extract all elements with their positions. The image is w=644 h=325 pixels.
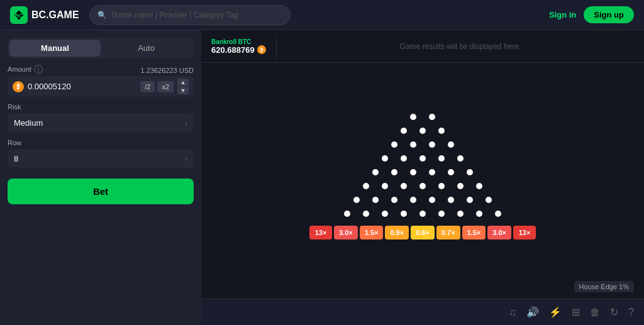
tab-auto[interactable]: Auto: [101, 40, 192, 57]
amount-usd-value: 1.23626223 USD: [141, 67, 194, 74]
multiplier-box: 3.0×: [487, 226, 511, 240]
peg: [419, 128, 426, 134]
peg-row: [385, 138, 460, 151]
stepper-up[interactable]: ▲: [177, 79, 189, 86]
peg: [419, 183, 426, 189]
peg: [401, 155, 407, 162]
refresh-icon[interactable]: ↻: [610, 306, 618, 318]
row-section: Row 8 ›: [8, 139, 194, 168]
multiplier-box: 13×: [513, 226, 536, 240]
row-select[interactable]: 8 ›: [8, 149, 194, 168]
multiplier-box: 1.5×: [462, 226, 486, 240]
logo-text: BC.GAME: [31, 9, 79, 21]
multiplier-box: 0.6×: [411, 226, 435, 240]
peg: [410, 169, 416, 175]
amount-label-row: Amount i 1.23626223 USD: [8, 65, 194, 76]
peg: [401, 128, 407, 134]
right-panel: Bankroll BTC 620.688769 ₿ Game results w…: [201, 30, 644, 325]
row-value: 8: [14, 154, 18, 163]
amount-stepper: ▲ ▼: [177, 79, 189, 94]
peg: [410, 141, 416, 148]
peg: [429, 197, 435, 203]
volume-icon[interactable]: 🔊: [526, 306, 539, 318]
peg: [344, 211, 350, 217]
bet-button[interactable]: Bet: [8, 179, 194, 204]
peg: [476, 183, 482, 189]
peg: [391, 197, 397, 203]
peg-row: [338, 207, 508, 221]
row-label: Row: [8, 139, 194, 146]
header-right: Sign in Sign up: [549, 6, 634, 23]
peg-row: [366, 165, 479, 179]
peg: [448, 169, 454, 175]
multiplier-box: 0.7×: [436, 226, 460, 240]
left-panel: Manual Auto Amount i 1.23626223 USD ₿ /2…: [0, 30, 201, 325]
peg: [486, 197, 492, 203]
stepper-down[interactable]: ▼: [177, 87, 189, 94]
peg: [410, 197, 416, 203]
peg: [495, 211, 501, 217]
multiplier-box: 3.0×: [334, 226, 358, 240]
bottom-bar: ♫ 🔊 ⚡ ⊞ 🗑 ↻ ?: [201, 299, 644, 325]
bankroll-value: 620.688769 ₿: [211, 45, 266, 55]
peg: [353, 197, 360, 203]
peg: [438, 128, 445, 134]
amount-label: Amount i: [8, 65, 43, 74]
row-chevron-icon: ›: [185, 155, 187, 163]
peg: [438, 183, 445, 189]
peg: [410, 114, 416, 120]
peg: [382, 155, 388, 162]
peg: [363, 211, 369, 217]
peg: [419, 155, 426, 162]
peg: [457, 211, 464, 217]
peg: [448, 141, 454, 148]
amount-info-icon[interactable]: i: [34, 65, 43, 74]
signin-button[interactable]: Sign in: [549, 10, 576, 19]
risk-select[interactable]: Medium ›: [8, 113, 194, 133]
half-button[interactable]: /2: [140, 81, 155, 92]
multiplier-box: 1.5×: [360, 226, 384, 240]
game-top-bar: Bankroll BTC 620.688769 ₿ Game results w…: [201, 30, 644, 63]
peg: [429, 169, 435, 175]
logo-icon: BC: [10, 6, 28, 24]
multipliers-row: 13×3.0×1.5×0.9×0.6×0.7×1.5×3.0×13×: [309, 226, 536, 240]
plinko-board: [338, 110, 508, 221]
bottom-icons: ♫ 🔊 ⚡ ⊞ 🗑 ↻ ?: [509, 306, 634, 318]
peg: [429, 114, 435, 120]
peg: [382, 211, 388, 217]
help-icon[interactable]: ?: [628, 307, 634, 318]
risk-section: Risk Medium ›: [8, 103, 194, 133]
peg-row: [394, 124, 451, 138]
logo: BC BC.GAME: [10, 6, 79, 24]
music-icon[interactable]: ♫: [509, 307, 516, 318]
risk-value: Medium: [14, 118, 43, 128]
main-content: Manual Auto Amount i 1.23626223 USD ₿ /2…: [0, 30, 644, 325]
peg: [438, 155, 445, 162]
risk-chevron-icon: ›: [185, 119, 187, 128]
tab-manual[interactable]: Manual: [9, 40, 101, 57]
peg: [429, 141, 435, 148]
signup-button[interactable]: Sign up: [584, 6, 634, 23]
peg: [372, 197, 379, 203]
amount-buttons: /2 x2: [140, 81, 174, 92]
game-area: 13×3.0×1.5×0.9×0.6×0.7×1.5×3.0×13×: [201, 63, 644, 299]
peg: [382, 183, 388, 189]
search-bar[interactable]: 🔍 Game name | Provider | Category Tag: [89, 5, 291, 25]
multiplier-box: 0.9×: [385, 226, 409, 240]
bankroll-label: Bankroll BTC: [211, 38, 251, 45]
search-placeholder: Game name | Provider | Category Tag: [112, 11, 238, 19]
peg-row: [375, 151, 470, 165]
peg: [391, 141, 397, 148]
peg: [476, 211, 482, 217]
peg: [363, 183, 369, 189]
house-edge-badge: House Edge 1%: [574, 281, 635, 292]
search-icon: 🔍: [97, 11, 107, 19]
double-button[interactable]: x2: [157, 81, 174, 92]
amount-input[interactable]: [28, 82, 136, 91]
peg: [448, 197, 454, 203]
grid-icon[interactable]: ⊞: [572, 306, 580, 318]
risk-label: Risk: [8, 103, 194, 111]
peg: [419, 211, 426, 217]
trash-icon[interactable]: 🗑: [590, 307, 600, 318]
lightning-icon[interactable]: ⚡: [549, 306, 562, 318]
